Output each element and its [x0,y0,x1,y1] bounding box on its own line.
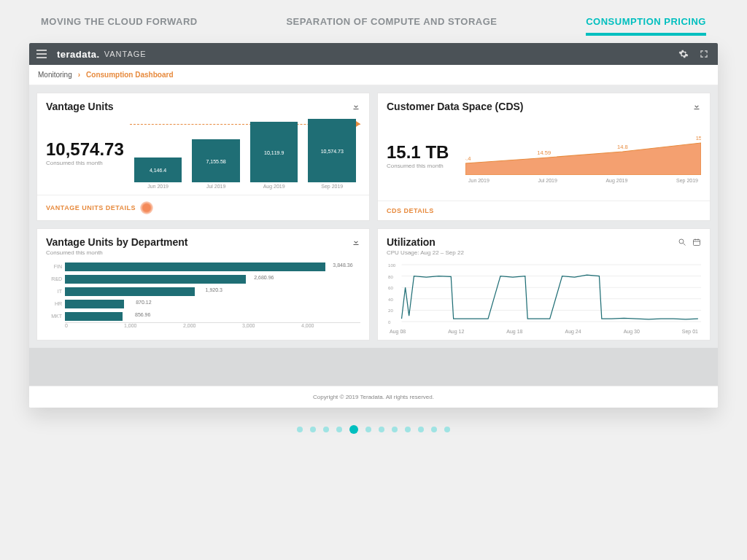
details-link[interactable]: VANTAGE UNITS DETAILS [46,204,136,211]
brand-logo: teradata. [57,49,100,60]
metric-value: 15.1 TB [387,142,460,163]
card-vantage-units: Vantage Units 10,574.73 Consumed this mo… [36,93,370,221]
carousel-dot[interactable] [405,427,411,432]
bar: 856.96 [65,312,123,321]
svg-rect-6 [694,240,700,246]
svg-line-5 [684,244,686,246]
svg-text:60: 60 [388,286,393,290]
svg-text:14.59: 14.59 [537,150,551,157]
carousel-dot[interactable] [431,427,437,432]
zoom-icon[interactable] [678,236,686,245]
menu-icon[interactable] [36,50,53,58]
vantage-units-barchart: 4,146.47,155.5810,119.910,574.73 Jun 201… [130,117,360,189]
card-utilization: Utilization CPU Usage: Aug 22 – Sep 22 0… [377,228,711,341]
bar: 10,574.73 [308,119,356,182]
tab-consumption-pricing[interactable]: CONSUMPTION PRICING [586,16,706,36]
details-link[interactable]: CDS DETAILS [387,207,434,214]
svg-text:15.1: 15.1 [696,135,701,141]
cds-areachart: 14.414.5914.815.1 Jun 2019Jul 2019Aug 20… [465,117,701,195]
bar: 2,680.96 [65,275,246,284]
card-title: Customer Data Space (CDS) [387,101,524,112]
metric-sub: Consumed this month [387,163,460,169]
breadcrumb: Monitoring › Consumption Dashboard [29,65,718,85]
svg-point-4 [679,239,684,244]
app-topbar: teradata. VANTAGE [29,43,718,65]
dept-hbarchart: FIN3,848.36R&D2,680.96IT1,920.3HR870.12M… [46,260,360,334]
dashboard-grid: Vantage Units 10,574.73 Consumed this mo… [29,85,718,348]
svg-text:40: 40 [388,298,393,302]
carousel-dot[interactable] [310,427,316,432]
calendar-icon[interactable] [692,236,701,245]
bar: 870.12 [65,300,124,308]
card-cds: Customer Data Space (CDS) 15.1 TB Consum… [377,93,711,221]
carousel-dot[interactable] [349,425,358,434]
card-subtitle: CPU Usage: Aug 22 – Sep 22 [387,249,464,256]
svg-text:0: 0 [388,320,391,324]
download-icon[interactable] [352,236,360,245]
svg-text:14.8: 14.8 [617,144,628,150]
brand-product: VANTAGE [104,50,147,58]
download-icon[interactable] [352,101,360,109]
metric-block: 15.1 TB Consumed this month [387,117,460,195]
metric-value: 10,574.73 [46,139,124,160]
card-title: Utilization [387,236,464,248]
carousel-dot[interactable] [323,427,329,432]
card-title: Vantage Units [46,101,114,112]
bar: 7,155.58 [192,139,240,182]
empty-area [29,348,718,386]
fullscreen-icon[interactable] [697,47,711,61]
carousel-dot[interactable] [336,427,342,432]
card-title: Vantage Units by Department [46,236,188,248]
breadcrumb-current: Consumption Dashboard [86,71,173,79]
tab-cloud-forward[interactable]: MOVING THE CLOUD FORWARD [41,16,198,36]
footer-copyright: Copyright © 2019 Teradata. All rights re… [29,386,718,408]
carousel-dot[interactable] [418,427,424,432]
download-icon[interactable] [692,101,701,109]
settings-icon[interactable] [677,47,690,61]
chevron-right-icon: › [78,71,80,79]
metric-sub: Consumed this month [46,160,124,166]
svg-text:20: 20 [388,308,393,313]
carousel-dot[interactable] [297,427,303,432]
tab-compute-storage[interactable]: SEPARATION OF COMPUTE AND STORAGE [286,16,497,36]
svg-text:14.4: 14.4 [465,155,471,162]
bar: 1,920.3 [65,287,195,296]
card-subtitle: Consumed this month [46,249,188,256]
svg-text:80: 80 [388,275,393,279]
bar: 3,848.36 [65,262,325,271]
breadcrumb-root[interactable]: Monitoring [38,71,72,79]
carousel-dot[interactable] [392,427,398,432]
carousel-dots [0,427,747,434]
card-vu-by-dept: Vantage Units by Department Consumed thi… [36,228,370,341]
highlight-dot-icon [140,201,153,214]
utilization-linechart: 020406080100 Aug 08Aug 12Aug 18Aug 24Aug… [387,260,701,334]
carousel-dot[interactable] [379,427,384,432]
bar: 10,119.9 [250,122,298,182]
metric-block: 10,574.73 Consumed this month [46,117,124,189]
bar: 4,146.4 [134,158,182,182]
svg-text:100: 100 [388,263,396,268]
carousel-dot[interactable] [444,427,450,432]
app-window: teradata. VANTAGE Monitoring › Consumpti… [29,43,718,408]
carousel-dot[interactable] [365,427,371,432]
tab-bar: MOVING THE CLOUD FORWARD SEPARATION OF C… [0,0,747,43]
